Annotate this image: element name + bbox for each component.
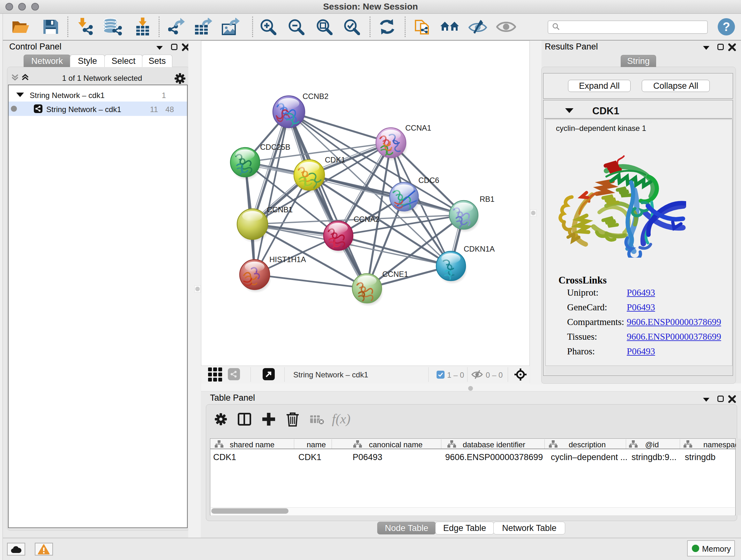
svg-text:CCNA1: CCNA1 (405, 124, 431, 132)
svg-text:CDKN1A: CDKN1A (464, 245, 495, 253)
svg-text:CDC25B: CDC25B (260, 143, 290, 151)
svg-text:CCNE1: CCNE1 (382, 270, 408, 278)
svg-text:CCNB2: CCNB2 (302, 92, 328, 101)
svg-text:RB1: RB1 (480, 195, 495, 203)
svg-text:CDK1: CDK1 (325, 155, 345, 164)
svg-text:CDC6: CDC6 (418, 176, 439, 185)
svg-text:HIST1H1A: HIST1H1A (269, 255, 306, 264)
svg-text:CCNA2: CCNA2 (354, 215, 380, 224)
svg-text:CCNB1: CCNB1 (267, 205, 293, 214)
